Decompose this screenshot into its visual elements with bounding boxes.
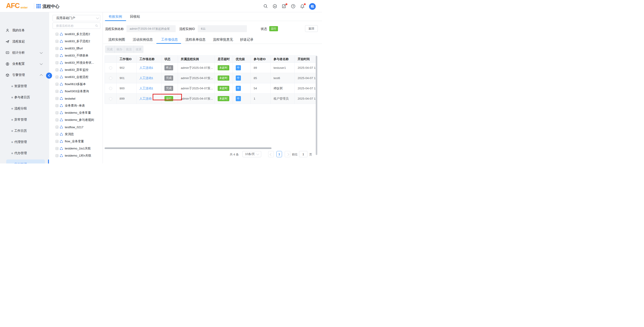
- tree-item[interactable]: test833_会签流程: [49, 73, 103, 81]
- page-size-select[interactable]: 10条/页: [242, 151, 261, 157]
- expand-plus-icon[interactable]: [56, 154, 58, 157]
- ai-assistant-icon[interactable]: AI: [272, 4, 278, 9]
- expand-plus-icon[interactable]: [56, 76, 58, 78]
- tree-item[interactable]: flow0303业务查询: [49, 88, 103, 95]
- sidebar-submenu-item[interactable]: 实例管理: [6, 159, 45, 163]
- row-radio[interactable]: [109, 87, 112, 90]
- goto-page-input[interactable]: [299, 151, 308, 157]
- sidebar-item-my-tasks[interactable]: 我的任务: [0, 26, 49, 35]
- sidebar-submenu-item[interactable]: 资源管理: [6, 81, 45, 91]
- subtab-process-diagram[interactable]: 流程实例图: [108, 37, 125, 42]
- tree-item[interactable]: testwlwl: [49, 95, 103, 102]
- tree-item[interactable]: testdemo_1对n关联: [49, 152, 103, 159]
- expand-plus-icon[interactable]: [56, 83, 58, 85]
- tree-item[interactable]: test833_不绑表单: [49, 52, 103, 59]
- app-grid-icon[interactable]: [36, 4, 41, 8]
- sidebar-submenu-item[interactable]: 参与者日历: [6, 92, 45, 102]
- action-button-disabled[interactable]: 批注: [124, 45, 134, 53]
- row-radio[interactable]: [109, 97, 112, 100]
- subtab-workitem-info[interactable]: 工作项信息: [161, 37, 178, 42]
- expand-plus-icon[interactable]: [56, 47, 58, 50]
- action-button-disabled[interactable]: 改派: [134, 45, 144, 53]
- bell-icon[interactable]: [300, 4, 305, 9]
- action-button-disabled[interactable]: 完成: [105, 45, 115, 53]
- participant-id-cell: 85: [251, 73, 270, 83]
- tree-item[interactable]: test833_多主流程2: [49, 30, 103, 38]
- expand-plus-icon[interactable]: [56, 61, 58, 64]
- sidebar-submenu-item[interactable]: 异常管理: [6, 115, 45, 125]
- workitem-name-link[interactable]: 人工活动1: [140, 66, 153, 70]
- sidebar-collapse-button[interactable]: [46, 73, 52, 79]
- sidebar-item-business-config[interactable]: 业务配置: [0, 59, 49, 68]
- tree-item[interactable]: testflow_0217: [49, 123, 103, 131]
- expand-plus-icon[interactable]: [56, 133, 58, 136]
- portal-select[interactable]: 应用基础门户: [52, 15, 100, 21]
- expand-plus-icon[interactable]: [56, 111, 58, 114]
- goto-label: 前往: [292, 153, 298, 157]
- overtime-badge: 未超时: [218, 86, 229, 91]
- action-button-disabled[interactable]: 催办: [115, 45, 124, 53]
- compose-icon[interactable]: [282, 4, 287, 9]
- help-icon[interactable]: ?: [291, 4, 296, 9]
- sidebar-item-statistics[interactable]: 统计分析: [0, 48, 49, 57]
- sidebar-submenu-item[interactable]: 代理管理: [6, 137, 45, 147]
- expand-plus-icon[interactable]: [56, 33, 58, 35]
- next-page-button[interactable]: [285, 151, 290, 157]
- tab-recycle-bin[interactable]: 回收站: [130, 14, 140, 19]
- expand-plus-icon[interactable]: [56, 90, 58, 93]
- expand-plus-icon[interactable]: [56, 54, 58, 57]
- sidebar-item-start-process[interactable]: 流程发起: [0, 37, 49, 46]
- sidebar-item-engine-management[interactable]: 引擎管理: [0, 71, 49, 79]
- prev-page-button[interactable]: [268, 151, 274, 157]
- tree-item[interactable]: test833_多子流程2: [49, 38, 103, 45]
- expand-plus-icon[interactable]: [56, 126, 58, 128]
- tree-search-box: [52, 22, 100, 29]
- overtime-badge: 未超时: [218, 65, 229, 70]
- sidebar-submenu-item[interactable]: 代办管理: [6, 148, 45, 158]
- active-menu-indicator: [48, 159, 49, 163]
- expand-plus-icon[interactable]: [56, 119, 58, 121]
- tab-active-instances[interactable]: 有效实例: [108, 14, 122, 19]
- workitem-name-link[interactable]: 人工活动1: [140, 76, 153, 80]
- tree-item[interactable]: test833_绑url: [49, 45, 103, 52]
- horizontal-scrollbar-thumb[interactable]: [104, 147, 272, 149]
- expand-plus-icon[interactable]: [56, 40, 58, 43]
- expand-plus-icon[interactable]: [56, 68, 58, 71]
- subtab-activity-info[interactable]: 活动实例信息: [133, 37, 153, 42]
- tree-item[interactable]: flow0613多版本: [49, 81, 103, 88]
- chevron-down-icon: [40, 51, 43, 54]
- expand-plus-icon[interactable]: [56, 104, 58, 107]
- tree-item[interactable]: flow_业务变量: [49, 138, 103, 145]
- current-page-button[interactable]: 1: [276, 151, 282, 157]
- subtab-approval-comments[interactable]: 流程审批意见: [213, 37, 233, 42]
- search-icon[interactable]: [263, 4, 268, 9]
- expand-plus-icon[interactable]: [56, 147, 58, 150]
- sidebar-submenu-item[interactable]: 工作日历: [6, 126, 45, 136]
- column-header: 工作项名称: [136, 56, 162, 62]
- row-radio[interactable]: [109, 66, 112, 69]
- tree-search-input[interactable]: [56, 23, 94, 28]
- workitem-name-link[interactable]: 人工活动1: [140, 86, 153, 90]
- sidebar-submenu-item[interactable]: 流程分组: [6, 104, 45, 113]
- expand-plus-icon[interactable]: [56, 140, 58, 143]
- status-badge: 完成: [164, 75, 173, 81]
- tree-item[interactable]: 发消息: [49, 131, 103, 138]
- tree-item[interactable]: testdemo_1to1关联: [49, 145, 103, 152]
- tree-item[interactable]: test833_异常监控: [49, 66, 103, 73]
- subtab-cc-records[interactable]: 抄送记录: [240, 37, 254, 42]
- vertical-scrollbar-thumb[interactable]: [316, 56, 317, 155]
- tree-item[interactable]: testdemo_参与者规则: [49, 116, 103, 123]
- instance-name-field[interactable]: admin于2025-04-07发起的会签: [126, 25, 176, 32]
- instance-id-field[interactable]: 611: [198, 25, 247, 32]
- back-button[interactable]: 返回: [305, 25, 318, 32]
- compose-badge-dot: [286, 3, 287, 5]
- process-node-icon: [60, 154, 63, 157]
- row-radio[interactable]: [109, 77, 112, 80]
- tree-item[interactable]: 业务查询--单表: [49, 102, 103, 109]
- tree-item[interactable]: test833_环境业务状...: [49, 59, 103, 66]
- user-avatar[interactable]: 租: [309, 3, 316, 10]
- subtab-form-info[interactable]: 流程表单信息: [186, 37, 206, 42]
- workitem-name-link[interactable]: 人工活动: [140, 97, 152, 101]
- tree-item[interactable]: testdemo_业务常量: [49, 109, 103, 116]
- expand-plus-icon[interactable]: [56, 97, 58, 100]
